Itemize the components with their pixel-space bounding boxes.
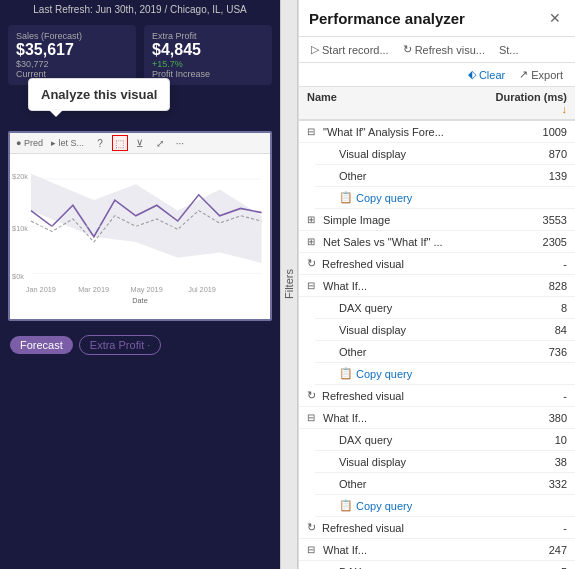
refresh-circle-icon: ↻ [307,257,316,270]
svg-text:Jul 2019: Jul 2019 [188,285,216,294]
refresh-circle-icon-2: ↻ [307,389,316,402]
play-icon: ▷ [311,43,319,56]
svg-text:Jan 2019: Jan 2019 [26,285,56,294]
row-name: ⊟ What If... [307,412,487,424]
analyze-tooltip: Analyze this visual [28,78,170,111]
copy-query-link[interactable]: 📋 Copy query [339,191,412,204]
table-row: DAX query 8 [315,297,575,319]
left-panel: Last Refresh: Jun 30th, 2019 / Chicago, … [0,0,280,569]
clear-button[interactable]: ⬖ Clear [464,66,509,83]
metric-label-profit: Extra Profit [152,31,264,41]
refresh-duration-2: - [487,390,567,402]
right-panel: Performance analyzer ✕ ▷ Start record...… [298,0,575,569]
expand-icon[interactable]: ⊟ [307,126,319,137]
table-row[interactable]: ⊞ Net Sales vs "What If" ... 2305 [299,231,575,253]
row-name: DAX query [323,434,487,446]
panel-title: Performance analyzer [309,10,545,27]
copy-icon-3: 📋 [339,499,353,512]
more-icon[interactable]: ··· [172,135,188,151]
row-name: ⊞ Net Sales vs "What If" ... [307,236,487,248]
start-record-button[interactable]: ▷ Start record... [307,41,393,58]
close-button[interactable]: ✕ [545,8,565,28]
copy-query-link-3[interactable]: 📋 Copy query [339,499,412,512]
refresh-visuals-button[interactable]: ↻ Refresh visu... [399,41,489,58]
row-name: DAX query [323,302,487,314]
refresh-icon: ↻ [403,43,412,56]
row-duration: 332 [487,478,567,490]
row-name: Other [323,346,487,358]
export-button[interactable]: ↗ Export [515,66,567,83]
refreshed-visual-row: ↻ Refreshed visual - [299,253,575,275]
row-duration: 828 [487,280,567,292]
row-duration: 3553 [487,214,567,226]
table-row: DAX query 5 [315,561,575,569]
copy-query-link-2[interactable]: 📋 Copy query [339,367,412,380]
table-header: Name Duration (ms) ↓ [299,87,575,121]
forecast-chip[interactable]: Forecast [10,336,73,354]
table-row[interactable]: ⊞ Simple Image 3553 [299,209,575,231]
filter-bar: Forecast Extra Profit · [0,329,280,361]
refresh-label-2: Refreshed visual [322,390,481,402]
table-row: Visual display 38 [315,451,575,473]
row-duration: 380 [487,412,567,424]
chart-pred-label: ● Pred [16,138,43,148]
table-row: Visual display 870 [315,143,575,165]
table-row[interactable]: ⊟ What If... 828 [299,275,575,297]
metric-card-profit: Extra Profit $4,845 +15.7% Profit Increa… [144,25,272,85]
visual-analyze-icon[interactable]: ⬚ [112,135,128,151]
table-row[interactable]: ⊟ What If... 380 [299,407,575,429]
focus-icon[interactable]: ⤢ [152,135,168,151]
refresh-label: Refreshed visual [322,258,481,270]
expand-icon[interactable]: ⊞ [307,214,319,225]
metric-sub-profit: Profit Increase [152,69,264,79]
top-bar-text: Last Refresh: Jun 30th, 2019 / Chicago, … [33,4,246,15]
expand-icon[interactable]: ⊟ [307,544,319,555]
svg-text:Mar 2019: Mar 2019 [78,285,109,294]
table-row: Visual display 84 [315,319,575,341]
copy-query-row[interactable]: 📋 Copy query [315,187,575,209]
metric-change-profit: +15.7% [152,59,264,69]
refresh-circle-icon-3: ↻ [307,521,316,534]
line-chart-svg: $20k $10k $0k Jan 2019 Mar 2019 May 2019… [10,154,270,309]
metric-card-sales: Sales (Forecast) $35,617 $30,772 Current [8,25,136,85]
svg-text:May 2019: May 2019 [131,285,163,294]
svg-text:$0k: $0k [12,272,24,281]
table-row[interactable]: ⊟ What If... 247 [299,539,575,561]
copy-query-row-3[interactable]: 📋 Copy query [315,495,575,517]
row-name: Visual display [323,456,487,468]
expand-icon[interactable]: ⊞ [307,236,319,247]
refresh-duration: - [487,258,567,270]
col-header-duration: Duration (ms) ↓ [487,91,567,115]
expand-icon[interactable]: ⊟ [307,280,319,291]
table-row: Other 332 [315,473,575,495]
table-row: DAX query 10 [315,429,575,451]
chart-area: ● Pred ▸ let S... ? ⬚ ⊻ ⤢ ··· $20k $10k … [8,131,272,321]
st-button[interactable]: St... [495,42,523,58]
row-duration: 8 [487,302,567,314]
row-duration: 2305 [487,236,567,248]
row-name: 📋 Copy query [323,367,487,380]
expand-icon[interactable]: ⊟ [307,412,319,423]
refresh-duration-3: - [487,522,567,534]
row-duration: 139 [487,170,567,182]
refreshed-visual-row-2: ↻ Refreshed visual - [299,385,575,407]
filter-icon[interactable]: ⊻ [132,135,148,151]
row-name: DAX query [323,566,487,570]
table-row[interactable]: ⊟ "What If" Analysis Fore... 1009 [299,121,575,143]
metric-value-profit: $4,845 [152,41,264,59]
svg-text:$20k: $20k [12,172,28,181]
row-name: Visual display [323,148,487,160]
col-header-name: Name [307,91,487,115]
row-duration: 870 [487,148,567,160]
copy-query-row-2[interactable]: 📋 Copy query [315,363,575,385]
top-bar: Last Refresh: Jun 30th, 2019 / Chicago, … [0,0,280,19]
filters-tab[interactable]: Filters [280,0,298,569]
metric-sub-sales: $30,772 Current [16,59,128,79]
row-name: 📋 Copy query [323,191,487,204]
question-icon[interactable]: ? [92,135,108,151]
row-name: Visual display [323,324,487,336]
row-name: Other [323,170,487,182]
svg-marker-0 [31,174,262,263]
extra-profit-chip[interactable]: Extra Profit · [79,335,162,355]
row-name: ⊟ What If... [307,544,487,556]
